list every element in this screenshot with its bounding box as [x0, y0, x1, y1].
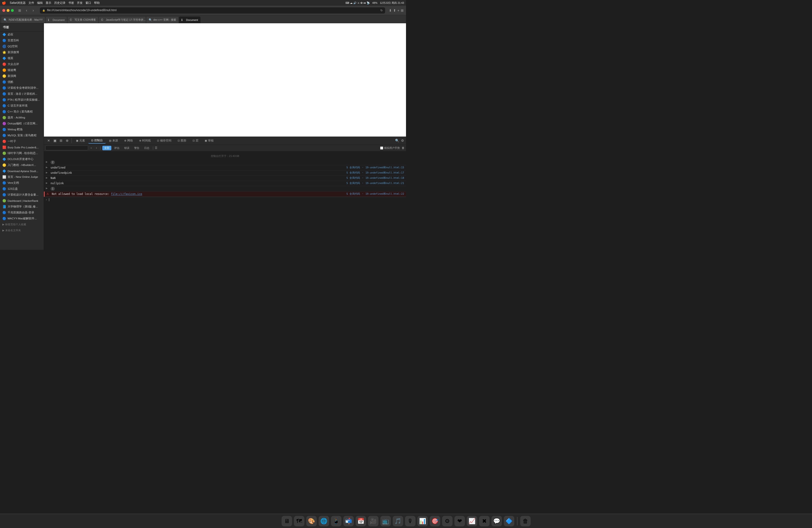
filter-error-button[interactable]: 错误: [122, 146, 131, 150]
bookmark-item-17[interactable]: 🔵MySQL 安装 | 菜鸟教程: [0, 132, 44, 138]
tab-5[interactable]: 🔍 dev c++ 官网 - 搜索: [146, 16, 179, 23]
menu-history[interactable]: 历史记录: [54, 1, 66, 5]
row1-source[interactable]: S 全局代码 ・ 19-undefined和null.html:15: [346, 166, 404, 169]
devtools-tab-graphics[interactable]: ⊡ 图形: [175, 138, 189, 143]
devtools-settings-button[interactable]: ⚙: [401, 138, 404, 143]
console-clear-button[interactable]: 🗑: [402, 146, 405, 150]
bookmark-item-16[interactable]: 🔵Webug 靶场: [0, 127, 44, 132]
devtools-tab-network[interactable]: ⊕ 网络: [121, 138, 136, 143]
bookmark-item-3[interactable]: 🌟新浪微博: [0, 49, 44, 55]
menu-view[interactable]: 显示: [46, 1, 51, 5]
bookmark-item-27[interactable]: 🔵计算机设计大赛含金量...: [0, 192, 44, 198]
tab-overview-button[interactable]: ⊞: [401, 9, 404, 12]
row3-source[interactable]: S 全局代码 ・ 19-undefined和null.html:18: [346, 176, 404, 180]
row2-expand-icon[interactable]: ▶: [46, 171, 48, 174]
console-input-cursor[interactable]: |: [48, 198, 50, 201]
new-tab-button[interactable]: +: [397, 9, 400, 12]
filter-all-button[interactable]: 全部: [102, 146, 111, 150]
bookmark-item-13[interactable]: 🔵C++ 简介 | 菜鸟教程: [0, 109, 44, 115]
bookmark-item-28[interactable]: 🟢Dashboard | HackerRank: [0, 198, 44, 204]
menu-safari[interactable]: Safari浏览器: [10, 1, 26, 5]
group2-expand-icon[interactable]: ▶: [46, 187, 48, 189]
devtools-tab-console[interactable]: ⊡ 控制台: [88, 138, 106, 144]
tab-3[interactable]: © 写文章-CSDN博客: [67, 16, 99, 23]
tab-1[interactable]: 🔍 与DEV匹配搜索结果 - MacYY: [1, 16, 45, 23]
devtools-tab-timeline[interactable]: ⊕ 时间线: [136, 138, 154, 143]
filter-eval-button[interactable]: 评估: [112, 146, 121, 150]
download-button[interactable]: ⬇: [389, 9, 392, 12]
filter-warning-button[interactable]: 警告: [132, 146, 141, 150]
bookmark-item-0[interactable]: 🔷必应: [0, 32, 44, 38]
bookmark-item-6[interactable]: 🟠猫途鹰: [0, 67, 44, 73]
minimize-button[interactable]: [6, 9, 10, 12]
error-source[interactable]: S 全局代码 ・ 19-undefined和null.html:22: [346, 192, 404, 196]
address-bar[interactable]: file:///Users/shitaozhou/vscode/19-undef…: [47, 8, 378, 12]
group1-expand-icon[interactable]: ▶: [46, 161, 48, 163]
tab-2[interactable]: ℹ Document: [45, 16, 67, 23]
reload-icon[interactable]: ↻: [380, 9, 383, 12]
error-link[interactable]: file:///favicon.ico: [111, 192, 142, 196]
bookmark-item-25[interactable]: 🔵Vere文档: [0, 180, 44, 186]
bookmark-item-20[interactable]: 🟢绿叶学习网 - 给你初恋...: [0, 150, 44, 156]
bookmark-item-14[interactable]: 🟢题库 - AcWing: [0, 115, 44, 121]
row4-expand-icon[interactable]: ▶: [46, 181, 48, 184]
bookmark-item-10[interactable]: 🔵首页 - 洛谷 | 计算机科...: [0, 91, 44, 97]
bookmark-item-29[interactable]: 📘大学物理学（第5版,修...: [0, 204, 44, 210]
menu-develop[interactable]: 开发: [77, 1, 83, 5]
bookmark-item-30[interactable]: 🔵千兆双频路由器-登录: [0, 210, 44, 216]
close-button[interactable]: [2, 9, 5, 12]
bookmark-item-22[interactable]: 🟡入门教程 - HBuilderX...: [0, 162, 44, 168]
bookmark-item-11[interactable]: 🔵PTA | 程序设计类实验辅...: [0, 97, 44, 103]
devtools-inspect-button[interactable]: ⊕: [64, 138, 70, 143]
devtools-tab-audit[interactable]: ▣ 审核: [202, 138, 217, 143]
devtools-close-button[interactable]: ✕: [46, 138, 52, 143]
back-button[interactable]: ‹: [24, 8, 29, 13]
bookmark-item-4[interactable]: 🔷领英: [0, 55, 44, 61]
bookmark-item-23[interactable]: 🔷Download Aptana Studi...: [0, 168, 44, 174]
menu-edit[interactable]: 编辑: [37, 1, 43, 5]
simulate-user-checkbox[interactable]: [380, 146, 383, 150]
row1-expand-icon[interactable]: ▶: [46, 166, 48, 168]
row2-source[interactable]: S 全局代码 ・ 19-undefined和null.html:17: [346, 171, 404, 175]
bookmark-item-26[interactable]: 🔵123云盘: [0, 186, 44, 192]
devtools-undock-button[interactable]: ▣: [52, 138, 58, 143]
console-search-input[interactable]: [45, 146, 88, 150]
bookmark-item-8[interactable]: 🔵优酷: [0, 79, 44, 85]
bookmark-item-24[interactable]: ⬜首页 - New Online Judge: [0, 174, 44, 180]
share-button[interactable]: ⬆: [393, 9, 396, 12]
menu-window[interactable]: 窗口: [86, 1, 91, 5]
forward-button[interactable]: ›: [30, 8, 36, 13]
bookmark-item-1[interactable]: 🔵百度百科: [0, 38, 44, 43]
menu-bookmarks[interactable]: 书签: [68, 1, 74, 5]
bookmark-item-15[interactable]: 🟣Dotcpp编程（C语言网...: [0, 121, 44, 127]
devtools-tab-storage[interactable]: ⊡ 储存空间: [154, 138, 174, 143]
console-nav-next[interactable]: ›: [94, 146, 99, 150]
apple-icon[interactable]: 🍎: [2, 1, 6, 5]
bookmark-item-21[interactable]: 🔷DCLOUD开发者中心: [0, 156, 44, 162]
console-nav-prev[interactable]: ‹: [89, 146, 93, 150]
filter-log-button[interactable]: 日志: [142, 146, 151, 150]
bookmark-item-9[interactable]: 🔵计算机专业考研到清华...: [0, 85, 44, 91]
bookmark-item-2[interactable]: 🌀QQ空间: [0, 43, 44, 49]
filter-icon-button[interactable]: ☰: [155, 146, 157, 150]
sidebar-section-0[interactable]: ▶标签页组个人收藏: [0, 221, 44, 228]
devtools-tab-sources[interactable]: ▤ 来源: [106, 138, 121, 143]
bookmark-item-12[interactable]: 🔵C 语言开发环境: [0, 103, 44, 109]
menu-file[interactable]: 文件: [29, 1, 34, 5]
tab-4[interactable]: © JavaScript学习笔记 17-字符串拼...: [99, 16, 146, 23]
maximize-button[interactable]: [11, 9, 14, 12]
devtools-tab-elements[interactable]: ▣ 元素: [73, 138, 88, 143]
bookmark-item-19[interactable]: 🟥Burp Suite Pro Loader&...: [0, 144, 44, 150]
devtools-search-button[interactable]: 🔍: [395, 138, 399, 143]
bookmark-item-5[interactable]: 🔴大众点评: [0, 61, 44, 67]
bookmark-item-18[interactable]: 🔴一叶子: [0, 138, 44, 144]
row3-expand-icon[interactable]: ▶: [46, 176, 48, 179]
sidebar-toggle-button[interactable]: ⊞: [17, 8, 22, 13]
devtools-tab-layers[interactable]: ⊡ 层: [190, 138, 201, 143]
menu-help[interactable]: 帮助: [94, 1, 100, 5]
devtools-dock-button[interactable]: ⊞: [58, 138, 64, 143]
tab-6[interactable]: ℹ Document: [179, 16, 201, 23]
bookmark-item-7[interactable]: 🟡新浪网: [0, 73, 44, 79]
sidebar-section-1[interactable]: ▶未命名文件夹: [0, 228, 44, 233]
row4-source[interactable]: S 全局代码 ・ 19-undefined和null.html:21: [346, 181, 404, 185]
